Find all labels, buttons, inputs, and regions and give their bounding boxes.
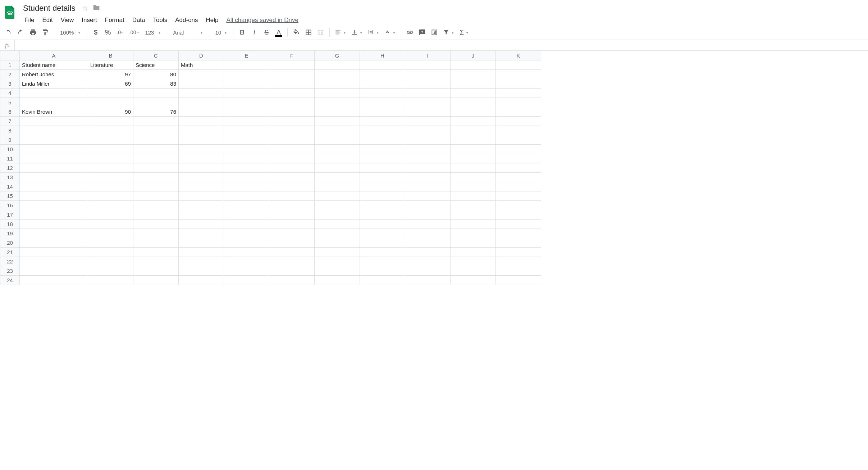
cell[interactable] (405, 79, 451, 89)
undo-button[interactable] (3, 27, 14, 38)
cell[interactable] (88, 276, 133, 285)
cell[interactable] (224, 70, 269, 79)
cell[interactable] (451, 79, 496, 89)
cell[interactable] (20, 210, 88, 220)
redo-button[interactable] (15, 27, 27, 38)
cell[interactable] (224, 89, 269, 98)
cell[interactable] (224, 126, 269, 135)
insert-comment-button[interactable] (416, 27, 428, 38)
cell[interactable] (360, 266, 405, 276)
menu-addons[interactable]: Add-ons (172, 15, 201, 25)
cell[interactable] (133, 126, 179, 135)
cell[interactable] (133, 229, 179, 238)
cell[interactable] (360, 89, 405, 98)
cell[interactable] (269, 89, 315, 98)
column-header[interactable]: F (269, 51, 315, 60)
more-formats-button[interactable]: 123▼ (142, 27, 164, 38)
cell[interactable] (20, 163, 88, 173)
cell[interactable] (405, 276, 451, 285)
cell[interactable] (179, 107, 224, 117)
cell[interactable] (496, 173, 541, 182)
cell[interactable] (451, 191, 496, 201)
cell[interactable] (451, 238, 496, 248)
text-wrap-button[interactable]: ▼ (366, 27, 382, 38)
cell-B6[interactable]: 90 (88, 107, 133, 117)
cell[interactable] (179, 238, 224, 248)
cell[interactable] (405, 60, 451, 70)
cell[interactable] (88, 201, 133, 210)
cell[interactable] (360, 191, 405, 201)
cell[interactable] (88, 210, 133, 220)
currency-button[interactable]: $ (90, 27, 101, 38)
cell[interactable] (133, 117, 179, 126)
cell[interactable] (133, 238, 179, 248)
row-header[interactable]: 10 (0, 145, 20, 154)
cell[interactable] (224, 220, 269, 229)
cell-C3[interactable]: 83 (133, 79, 179, 89)
cell[interactable] (496, 266, 541, 276)
increase-decimal-button[interactable]: .00→ (127, 27, 141, 38)
row-header[interactable]: 21 (0, 248, 20, 257)
cell[interactable] (88, 220, 133, 229)
row-header[interactable]: 18 (0, 220, 20, 229)
star-icon[interactable]: ☆ (82, 4, 88, 13)
cell[interactable] (88, 229, 133, 238)
strikethrough-button[interactable]: S (261, 27, 272, 38)
cell[interactable] (405, 89, 451, 98)
cell[interactable] (360, 163, 405, 173)
cell[interactable] (88, 154, 133, 163)
cell[interactable] (179, 201, 224, 210)
cell[interactable] (224, 117, 269, 126)
cell[interactable] (360, 107, 405, 117)
text-rotation-button[interactable]: ▼ (382, 27, 398, 38)
cell[interactable] (224, 107, 269, 117)
cell-C6[interactable]: 76 (133, 107, 179, 117)
cell[interactable] (224, 276, 269, 285)
cell[interactable] (179, 79, 224, 89)
cell[interactable] (179, 173, 224, 182)
cell[interactable] (224, 248, 269, 257)
cell[interactable] (360, 173, 405, 182)
cell[interactable] (133, 173, 179, 182)
cell[interactable] (496, 79, 541, 89)
cell[interactable] (315, 98, 360, 107)
cell[interactable] (496, 126, 541, 135)
cell[interactable] (179, 145, 224, 154)
cell[interactable] (224, 173, 269, 182)
cell[interactable] (269, 135, 315, 145)
cell[interactable] (20, 173, 88, 182)
cell[interactable] (405, 182, 451, 191)
cell[interactable] (315, 60, 360, 70)
cell[interactable] (179, 229, 224, 238)
cell[interactable] (451, 276, 496, 285)
cell[interactable] (133, 135, 179, 145)
cell[interactable] (88, 257, 133, 266)
cell[interactable] (179, 98, 224, 107)
cell[interactable] (269, 145, 315, 154)
select-all-corner[interactable] (0, 51, 20, 60)
cell[interactable] (133, 201, 179, 210)
cell[interactable] (315, 229, 360, 238)
cell[interactable] (451, 210, 496, 220)
cell[interactable] (360, 201, 405, 210)
cell[interactable] (88, 248, 133, 257)
cell[interactable] (496, 98, 541, 107)
insert-link-button[interactable] (404, 27, 416, 38)
cell[interactable] (224, 257, 269, 266)
cell[interactable] (315, 238, 360, 248)
column-header[interactable]: B (88, 51, 133, 60)
decrease-decimal-button[interactable]: .0← (114, 27, 126, 38)
row-header[interactable]: 14 (0, 182, 20, 191)
row-header[interactable]: 5 (0, 98, 20, 107)
fill-color-button[interactable] (291, 27, 302, 38)
row-header[interactable]: 13 (0, 173, 20, 182)
menu-edit[interactable]: Edit (38, 15, 56, 25)
cell[interactable] (224, 201, 269, 210)
cell[interactable] (496, 89, 541, 98)
cell[interactable] (451, 220, 496, 229)
bold-button[interactable]: B (236, 27, 248, 38)
cell[interactable] (269, 126, 315, 135)
cell[interactable] (269, 98, 315, 107)
cell[interactable] (405, 70, 451, 79)
cell[interactable] (315, 163, 360, 173)
